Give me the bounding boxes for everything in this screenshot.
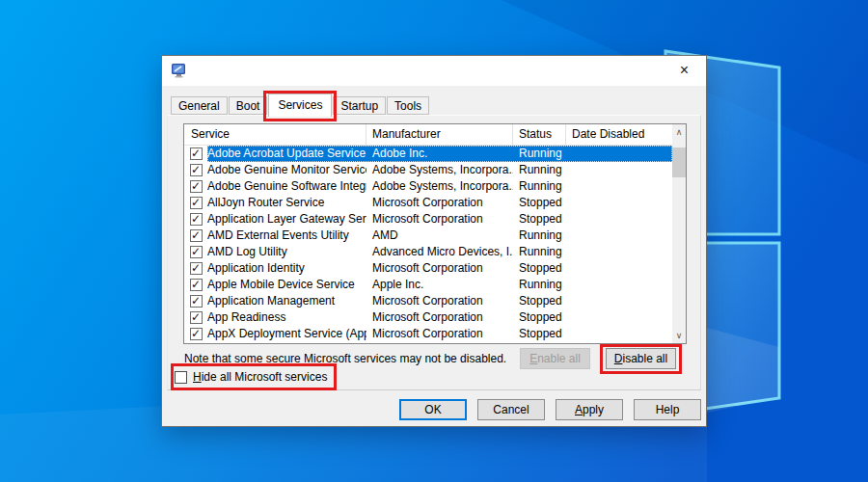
cell-manufacturer: AMD (366, 228, 513, 244)
cell-service: Adobe Genuine Software Integri... (207, 178, 366, 195)
tab-boot[interactable]: Boot (229, 96, 268, 115)
cell-manufacturer: Microsoft Corporation (366, 260, 513, 277)
service-row[interactable]: ✓AMD Log UtilityAdvanced Micro Devices, … (184, 244, 672, 260)
disable-all-label: Disable all (614, 352, 667, 365)
cell-status: Stopped (513, 293, 566, 309)
service-row[interactable]: ✓Application ManagementMicrosoft Corpora… (184, 293, 672, 309)
cell-manufacturer: Adobe Systems, Incorpora... (366, 162, 513, 178)
service-row[interactable]: ✓AMD External Events UtilityAMDRunning (184, 228, 672, 244)
note-text: Note that some secure Microsoft services… (184, 348, 506, 369)
cell-status: Running (513, 162, 566, 178)
column-header-status[interactable]: Status (513, 124, 566, 146)
service-row[interactable]: ✓App ReadinessMicrosoft CorporationStopp… (184, 309, 672, 326)
service-row[interactable]: ✓AllJoyn Router ServiceMicrosoft Corpora… (184, 195, 672, 211)
checkbox-icon: ✓ (190, 197, 203, 209)
hide-checkbox-label: Hide all Microsoft services (193, 370, 327, 384)
tab-tools[interactable]: Tools (387, 96, 429, 115)
cell-date-disabled (566, 228, 672, 244)
column-header-service[interactable]: Service (184, 124, 366, 146)
cell-date-disabled (566, 162, 672, 178)
cell-date-disabled (566, 326, 672, 342)
cell-status: Running (513, 178, 566, 195)
service-checkbox[interactable]: ✓ (184, 162, 207, 178)
list-body: ✓Adobe Acrobat Update ServiceAdobe Inc.R… (184, 146, 672, 343)
tab-services[interactable]: Services (268, 94, 332, 117)
cell-service: Apple Mobile Device Service (207, 277, 366, 293)
cell-manufacturer: Adobe Inc. (366, 146, 513, 162)
cell-status: Running (513, 228, 566, 244)
titlebar[interactable]: × (162, 56, 706, 86)
service-checkbox[interactable]: ✓ (184, 228, 207, 244)
checkbox-icon: ✓ (190, 147, 203, 160)
service-checkbox[interactable]: ✓ (184, 146, 207, 162)
service-checkbox[interactable]: ✓ (184, 277, 207, 293)
column-header-date-disabled[interactable]: Date Disabled (566, 124, 672, 146)
service-checkbox[interactable]: ✓ (184, 195, 207, 211)
cell-date-disabled (566, 244, 672, 260)
service-checkbox[interactable]: ✓ (184, 326, 207, 342)
checkbox-icon: ✓ (190, 262, 203, 275)
service-row[interactable]: ✓Adobe Genuine Monitor ServiceAdobe Syst… (184, 162, 672, 178)
cell-status: Stopped (513, 326, 566, 342)
checkbox-icon: ✓ (190, 295, 203, 308)
cell-service: App Readiness (207, 309, 366, 326)
services-list: ServiceManufacturerStatusDate Disabled ✓… (183, 123, 687, 344)
disable-all-button[interactable]: Disable all (606, 348, 676, 369)
tab-label: Tools (394, 99, 421, 113)
tab-startup[interactable]: Startup (333, 96, 386, 115)
scroll-down-icon: ∨ (676, 331, 683, 340)
service-checkbox[interactable]: ✓ (184, 293, 207, 309)
tab-general[interactable]: General (171, 96, 228, 115)
system-configuration-dialog: × GeneralBootServicesStartupTools Servic… (161, 55, 707, 427)
service-checkbox[interactable]: ✓ (184, 309, 207, 326)
service-checkbox[interactable]: ✓ (184, 244, 207, 260)
cell-manufacturer: Adobe Systems, Incorpora... (366, 178, 513, 195)
cell-service: AppX Deployment Service (AppX... (207, 326, 366, 342)
checkbox-icon (175, 371, 187, 384)
checkbox-icon: ✓ (190, 279, 203, 291)
checkbox-icon: ✓ (190, 328, 203, 340)
service-checkbox[interactable]: ✓ (184, 260, 207, 277)
service-row[interactable]: ✓Application Layer Gateway ServiceMicros… (184, 211, 672, 228)
close-icon: × (680, 62, 689, 79)
hide-microsoft-services-checkbox[interactable]: Hide all Microsoft services (175, 369, 327, 385)
service-checkbox[interactable]: ✓ (184, 211, 207, 228)
cell-date-disabled (566, 260, 672, 277)
service-row[interactable]: ✓AppX Deployment Service (AppX...Microso… (184, 326, 672, 342)
cell-manufacturer: Microsoft Corporation (366, 326, 513, 342)
service-row[interactable]: ✓Adobe Acrobat Update ServiceAdobe Inc.R… (184, 146, 672, 162)
checkbox-icon: ✓ (190, 311, 203, 324)
service-row[interactable]: ✓Application IdentityMicrosoft Corporati… (184, 260, 672, 277)
service-row[interactable]: ✓Apple Mobile Device ServiceApple Inc.Ru… (184, 277, 672, 293)
scrollbar-thumb[interactable] (672, 147, 686, 177)
cell-manufacturer: Advanced Micro Devices, I... (366, 244, 513, 260)
cancel-button[interactable]: Cancel (477, 399, 545, 420)
column-header-manufacturer[interactable]: Manufacturer (366, 124, 513, 146)
apply-button[interactable]: Apply (556, 399, 623, 420)
tab-strip: GeneralBootServicesStartupTools (171, 94, 430, 115)
cell-status: Stopped (513, 211, 566, 228)
cell-service: Adobe Acrobat Update Service (207, 146, 366, 162)
scroll-down-button[interactable]: ∨ (672, 328, 686, 343)
service-checkbox[interactable]: ✓ (184, 178, 207, 195)
help-button[interactable]: Help (634, 399, 701, 420)
cell-date-disabled (566, 146, 672, 162)
vertical-scrollbar[interactable]: ∧ ∨ (672, 124, 686, 343)
cell-date-disabled (566, 211, 672, 228)
list-header: ServiceManufacturerStatusDate Disabled (184, 124, 672, 146)
system-configuration-icon (171, 63, 187, 79)
service-row[interactable]: ✓Adobe Genuine Software Integri...Adobe … (184, 178, 672, 195)
cell-service: Application Layer Gateway Service (207, 211, 366, 228)
cell-date-disabled (566, 277, 672, 293)
desktop: × GeneralBootServicesStartupTools Servic… (0, 0, 868, 482)
cell-manufacturer: Microsoft Corporation (366, 195, 513, 211)
cell-status: Running (513, 146, 566, 162)
cell-status: Stopped (513, 195, 566, 211)
ok-button[interactable]: OK (399, 399, 467, 420)
checkbox-icon: ✓ (190, 213, 203, 226)
cell-service: AMD External Events Utility (207, 228, 366, 244)
close-button[interactable]: × (663, 56, 706, 85)
scroll-up-button[interactable]: ∧ (672, 124, 686, 140)
checkbox-icon: ✓ (190, 164, 203, 176)
cell-status: Stopped (513, 309, 566, 326)
